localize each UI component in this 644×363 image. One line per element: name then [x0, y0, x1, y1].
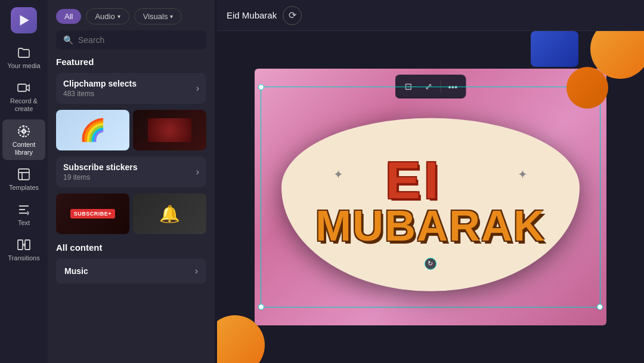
moon-icon: ☽: [440, 165, 476, 198]
preview-dark-inner: [148, 118, 192, 143]
visuals-chevron-icon: ▾: [170, 13, 173, 20]
subscribe-badge: SUBSCRIBE+: [70, 209, 115, 219]
selection-handle-tr[interactable]: [597, 84, 603, 90]
video-icon: [17, 81, 31, 95]
eid-sticker[interactable]: ✦ ✦ EI☽ MUBARAK ↻: [275, 109, 586, 300]
subscribe-stickers-arrow-icon: ›: [196, 167, 199, 177]
clipchamp-selects-title: Clipchamp selects: [63, 79, 137, 88]
canvas-wrapper: ⊡ ⤢ ••• ✦ ✦ E: [217, 31, 644, 363]
svg-rect-3: [18, 169, 29, 180]
bell-emoji-icon: 🔔: [159, 204, 180, 224]
sidebar-item-label-your-media: Your media: [7, 62, 40, 70]
rotation-handle[interactable]: ↻: [425, 257, 436, 269]
selection-handle-br[interactable]: [597, 304, 603, 310]
filter-audio-button[interactable]: Audio ▾: [86, 8, 129, 24]
project-title: Eid Mubarak: [227, 10, 277, 20]
filter-audio-label: Audio: [95, 12, 114, 21]
subscribe-stickers-previews: SUBSCRIBE+ 🔔: [56, 193, 206, 234]
clipchamp-selects-count: 483 items: [63, 90, 137, 98]
deco-blue-rect: [531, 31, 578, 67]
sidebar-item-label-transitions: Transitions: [8, 254, 39, 262]
search-icon: 🔍: [63, 35, 73, 45]
filter-visuals-button[interactable]: Visuals ▾: [134, 8, 182, 24]
floating-toolbar: ⊡ ⤢ •••: [395, 75, 466, 99]
sidebar-item-text[interactable]: Text: [2, 198, 45, 230]
selection-handle-tl[interactable]: [258, 84, 264, 90]
eid-text-wrapper: ✦ ✦ EI☽ MUBARAK ↻: [315, 156, 546, 253]
sidebar-item-label-record-create: Record & create: [10, 97, 38, 113]
crop-tool-button[interactable]: ⊡: [399, 77, 418, 96]
subscribe-stickers-count: 19 items: [63, 173, 138, 182]
music-arrow-icon: ›: [195, 266, 198, 276]
fit-tool-button[interactable]: ⤢: [419, 77, 438, 96]
preview-thumb-dark: [133, 110, 206, 150]
icon-sidebar: Your media Record & create Content libra…: [0, 0, 48, 363]
transition-icon: [17, 238, 31, 252]
template-icon: [17, 167, 31, 182]
all-content-title: All content: [56, 242, 206, 253]
content-panel: All Audio ▾ Visuals ▾ 🔍 Featured Clipcha…: [48, 0, 215, 363]
sticker-content: ✦ ✦ EI☽ MUBARAK: [315, 156, 546, 253]
preview-thumb-rainbow: 🌈: [56, 110, 129, 150]
svg-rect-1: [18, 84, 26, 91]
text-icon: [17, 202, 31, 217]
mubarak-text: MUBARAK: [315, 204, 546, 247]
grid-icon: [17, 124, 31, 139]
clipchamp-selects-card[interactable]: Clipchamp selects 483 items ›: [56, 73, 206, 104]
filter-visuals-label: Visuals: [143, 12, 168, 21]
sidebar-item-content-library[interactable]: Content library: [2, 119, 45, 160]
sidebar-item-label-text: Text: [18, 219, 30, 227]
folder-icon: [17, 45, 31, 60]
filter-all-button[interactable]: All: [56, 9, 81, 24]
toolbar-divider: [441, 81, 441, 93]
music-label: Music: [64, 266, 88, 276]
sidebar-item-record-create[interactable]: Record & create: [2, 76, 45, 116]
eid-text: EI☽: [385, 156, 475, 204]
header-sync-button[interactable]: ⟳: [283, 6, 302, 25]
app-logo: [11, 7, 37, 33]
search-input[interactable]: [78, 35, 199, 45]
main-area: Eid Mubarak ⟳ ⊡ ⤢ •••: [217, 0, 644, 363]
star-right-icon: ✦: [518, 168, 528, 180]
svg-marker-0: [20, 15, 29, 25]
preview-thumb-subscribe: SUBSCRIBE+: [56, 193, 129, 234]
subscribe-stickers-title: Subscribe stickers: [63, 162, 138, 172]
preview-thumb-bell: 🔔: [133, 193, 206, 234]
sidebar-item-label-templates: Templates: [9, 184, 39, 192]
panel-scroll: Featured Clipchamp selects 483 items › 🌈…: [48, 57, 215, 363]
star-left-icon: ✦: [333, 168, 343, 180]
featured-title: Featured: [56, 57, 206, 67]
subscribe-stickers-card[interactable]: Subscribe stickers 19 items ›: [56, 156, 206, 187]
music-row[interactable]: Music ›: [56, 259, 206, 284]
more-tool-button[interactable]: •••: [444, 77, 463, 96]
sidebar-item-your-media[interactable]: Your media: [2, 41, 45, 73]
rainbow-emoji-icon: 🌈: [79, 118, 106, 143]
svg-rect-4: [18, 240, 23, 250]
sidebar-item-templates[interactable]: Templates: [2, 162, 45, 195]
search-bar[interactable]: 🔍: [56, 30, 206, 50]
clipchamp-selects-arrow-icon: ›: [196, 83, 199, 94]
canvas-header: Eid Mubarak ⟳: [217, 0, 644, 31]
filter-bar: All Audio ▾ Visuals ▾: [48, 0, 215, 30]
canvas-viewport[interactable]: ⊡ ⤢ ••• ✦ ✦ E: [255, 69, 606, 325]
selection-handle-bl[interactable]: [258, 304, 264, 310]
clipchamp-selects-previews: 🌈: [56, 110, 206, 150]
sidebar-item-label-content-library: Content library: [13, 141, 36, 156]
sidebar-item-transitions[interactable]: Transitions: [2, 233, 45, 266]
audio-chevron-icon: ▾: [117, 13, 120, 20]
